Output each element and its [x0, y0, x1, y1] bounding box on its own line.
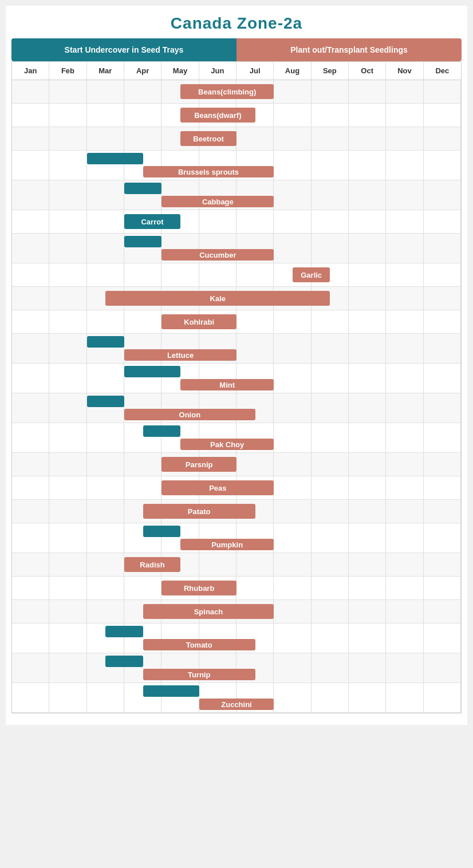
month-col	[161, 263, 199, 286]
month-col	[274, 500, 311, 523]
month-col	[199, 151, 236, 180]
month-col	[386, 476, 423, 499]
month-col	[49, 500, 86, 523]
month-col	[161, 523, 199, 553]
month-col	[236, 180, 274, 210]
month-col	[386, 210, 423, 233]
month-header-may: May	[161, 62, 199, 80]
month-col	[274, 624, 311, 653]
month-col	[236, 624, 274, 653]
month-col	[386, 127, 423, 150]
month-col	[87, 310, 124, 333]
month-col	[312, 287, 349, 310]
month-col	[87, 653, 124, 682]
month-col	[274, 287, 311, 310]
plant-row: Pumpkin	[12, 523, 461, 553]
month-col	[199, 624, 236, 653]
month-col	[349, 364, 386, 393]
month-col	[49, 523, 86, 553]
month-col	[424, 653, 461, 682]
month-col	[386, 500, 423, 523]
month-col	[12, 453, 49, 476]
month-col	[161, 364, 199, 393]
month-col	[12, 393, 49, 423]
month-col	[124, 80, 161, 103]
plant-row: Tomato	[12, 624, 461, 653]
month-col	[161, 151, 199, 180]
month-col	[87, 80, 124, 103]
rows-area: Beans(climbing)Beans(dwarf)BeetrootBruss…	[12, 80, 461, 713]
month-col	[49, 600, 86, 623]
month-col	[312, 523, 349, 553]
month-col	[124, 151, 161, 180]
month-col	[199, 210, 236, 233]
month-col	[274, 553, 311, 576]
month-col	[312, 653, 349, 682]
month-col	[12, 80, 49, 103]
month-col	[124, 523, 161, 553]
month-col	[199, 364, 236, 393]
month-col	[236, 653, 274, 682]
month-col	[87, 334, 124, 363]
month-col	[274, 393, 311, 423]
month-col	[161, 476, 199, 499]
month-col	[312, 210, 349, 233]
plant-row: Carrot	[12, 210, 461, 234]
month-col	[386, 423, 423, 452]
month-col	[349, 334, 386, 363]
month-col	[49, 683, 86, 712]
month-col	[386, 364, 423, 393]
month-col	[312, 334, 349, 363]
month-col	[124, 624, 161, 653]
month-col	[236, 334, 274, 363]
plant-row: Mint	[12, 364, 461, 393]
month-col	[199, 80, 236, 103]
plant-row: Cabbage	[12, 180, 461, 210]
month-col	[424, 263, 461, 286]
month-col	[386, 80, 423, 103]
month-col	[199, 393, 236, 423]
legend-transplant: Plant out/Transplant Seedlings	[236, 38, 462, 61]
month-col	[312, 553, 349, 576]
month-header-sep: Sep	[312, 62, 349, 80]
month-col	[386, 334, 423, 363]
plant-row: Pak Choy	[12, 423, 461, 453]
month-col	[49, 364, 86, 393]
month-col	[424, 500, 461, 523]
month-col	[12, 476, 49, 499]
month-col	[312, 624, 349, 653]
month-col	[349, 151, 386, 180]
plant-row: Parsnip	[12, 453, 461, 476]
plant-row: Radish	[12, 553, 461, 577]
month-col	[236, 476, 274, 499]
month-col	[274, 210, 311, 233]
month-col	[236, 80, 274, 103]
month-col	[124, 423, 161, 452]
month-col	[386, 624, 423, 653]
month-col	[49, 287, 86, 310]
month-col	[274, 577, 311, 599]
plant-row: Rhubarb	[12, 577, 461, 600]
month-header-jan: Jan	[12, 62, 49, 80]
month-col	[12, 180, 49, 210]
month-col	[312, 476, 349, 499]
month-col	[124, 234, 161, 263]
month-col	[312, 127, 349, 150]
month-col	[349, 210, 386, 233]
month-col	[12, 500, 49, 523]
month-col	[199, 310, 236, 333]
month-col	[236, 364, 274, 393]
month-col	[87, 500, 124, 523]
month-col	[312, 683, 349, 712]
month-col	[349, 624, 386, 653]
month-col	[124, 104, 161, 127]
month-header-feb: Feb	[49, 62, 86, 80]
month-col	[161, 180, 199, 210]
month-col	[124, 600, 161, 623]
month-col	[274, 523, 311, 553]
month-col	[274, 453, 311, 476]
month-col	[349, 523, 386, 553]
month-col	[424, 523, 461, 553]
month-col	[274, 310, 311, 333]
month-col	[49, 234, 86, 263]
